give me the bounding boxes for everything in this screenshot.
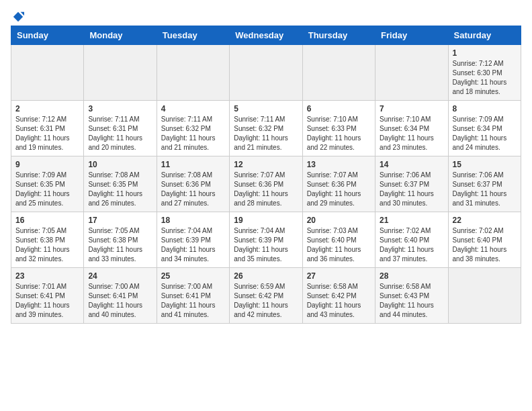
day-number: 21	[380, 216, 443, 225]
day-info: Sunrise: 7:03 AMSunset: 6:40 PMDaylight:…	[307, 226, 371, 264]
day-number: 22	[453, 216, 517, 225]
day-info: Sunrise: 7:01 AMSunset: 6:41 PMDaylight:…	[15, 282, 79, 320]
calendar-day-21: 21Sunrise: 7:02 AMSunset: 6:40 PMDayligh…	[375, 212, 448, 268]
day-number: 10	[88, 160, 152, 169]
page-header	[11, 11, 521, 20]
day-info: Sunrise: 6:58 AMSunset: 6:43 PMDaylight:…	[380, 282, 443, 320]
day-info: Sunrise: 7:12 AMSunset: 6:31 PMDaylight:…	[15, 115, 79, 152]
day-number: 23	[15, 271, 79, 281]
day-number: 9	[15, 160, 79, 169]
day-number: 27	[307, 271, 371, 281]
calendar-day-1: 1Sunrise: 7:12 AMSunset: 6:30 PMDaylight…	[448, 45, 521, 101]
day-info: Sunrise: 7:11 AMSunset: 6:32 PMDaylight:…	[234, 115, 298, 152]
calendar-day-20: 20Sunrise: 7:03 AMSunset: 6:40 PMDayligh…	[302, 212, 375, 268]
calendar-header-tuesday: Tuesday	[157, 26, 229, 45]
calendar-day-10: 10Sunrise: 7:08 AMSunset: 6:35 PMDayligh…	[84, 156, 157, 212]
day-number: 25	[161, 271, 225, 281]
calendar-day-22: 22Sunrise: 7:02 AMSunset: 6:40 PMDayligh…	[448, 212, 521, 268]
logo	[11, 11, 24, 20]
calendar-week-row: 1Sunrise: 7:12 AMSunset: 6:30 PMDaylight…	[11, 45, 521, 101]
calendar-empty-cell	[448, 268, 521, 324]
calendar-header-friday: Friday	[375, 26, 448, 45]
day-info: Sunrise: 7:02 AMSunset: 6:40 PMDaylight:…	[380, 226, 443, 264]
day-info: Sunrise: 6:58 AMSunset: 6:42 PMDaylight:…	[307, 282, 371, 320]
logo-icon	[12, 11, 24, 23]
calendar-empty-cell	[11, 45, 84, 101]
day-info: Sunrise: 7:11 AMSunset: 6:32 PMDaylight:…	[161, 115, 225, 152]
calendar-empty-cell	[375, 45, 448, 101]
calendar-header-monday: Monday	[84, 26, 157, 45]
calendar-day-2: 2Sunrise: 7:12 AMSunset: 6:31 PMDaylight…	[11, 101, 84, 156]
calendar-day-12: 12Sunrise: 7:07 AMSunset: 6:36 PMDayligh…	[230, 156, 302, 212]
day-info: Sunrise: 7:11 AMSunset: 6:31 PMDaylight:…	[88, 115, 152, 152]
calendar-day-19: 19Sunrise: 7:04 AMSunset: 6:39 PMDayligh…	[230, 212, 302, 268]
day-number: 28	[380, 271, 443, 281]
day-number: 11	[161, 160, 225, 169]
calendar-empty-cell	[84, 45, 157, 101]
day-info: Sunrise: 7:06 AMSunset: 6:37 PMDaylight:…	[453, 171, 517, 208]
calendar-day-27: 27Sunrise: 6:58 AMSunset: 6:42 PMDayligh…	[302, 268, 375, 324]
calendar-day-6: 6Sunrise: 7:10 AMSunset: 6:33 PMDaylight…	[302, 101, 375, 156]
day-number: 4	[161, 104, 225, 113]
day-info: Sunrise: 7:12 AMSunset: 6:30 PMDaylight:…	[453, 59, 517, 97]
day-info: Sunrise: 7:00 AMSunset: 6:41 PMDaylight:…	[161, 282, 225, 320]
calendar-day-16: 16Sunrise: 7:05 AMSunset: 6:38 PMDayligh…	[11, 212, 84, 268]
day-info: Sunrise: 7:09 AMSunset: 6:35 PMDaylight:…	[15, 171, 79, 208]
calendar-day-15: 15Sunrise: 7:06 AMSunset: 6:37 PMDayligh…	[448, 156, 521, 212]
calendar-header-row: SundayMondayTuesdayWednesdayThursdayFrid…	[11, 26, 521, 45]
day-info: Sunrise: 7:07 AMSunset: 6:36 PMDaylight:…	[234, 171, 298, 208]
day-number: 5	[234, 104, 298, 113]
calendar-day-5: 5Sunrise: 7:11 AMSunset: 6:32 PMDaylight…	[230, 101, 302, 156]
day-info: Sunrise: 7:10 AMSunset: 6:34 PMDaylight:…	[380, 115, 443, 152]
day-info: Sunrise: 7:08 AMSunset: 6:35 PMDaylight:…	[88, 171, 152, 208]
calendar-empty-cell	[302, 45, 375, 101]
calendar-day-26: 26Sunrise: 6:59 AMSunset: 6:42 PMDayligh…	[230, 268, 302, 324]
calendar-empty-cell	[157, 45, 229, 101]
day-number: 18	[161, 216, 225, 225]
day-number: 15	[453, 160, 517, 169]
calendar-day-3: 3Sunrise: 7:11 AMSunset: 6:31 PMDaylight…	[84, 101, 157, 156]
calendar-day-23: 23Sunrise: 7:01 AMSunset: 6:41 PMDayligh…	[11, 268, 84, 324]
calendar-day-13: 13Sunrise: 7:07 AMSunset: 6:36 PMDayligh…	[302, 156, 375, 212]
day-info: Sunrise: 7:04 AMSunset: 6:39 PMDaylight:…	[161, 226, 225, 264]
day-number: 26	[234, 271, 298, 281]
day-number: 12	[234, 160, 298, 169]
calendar-day-9: 9Sunrise: 7:09 AMSunset: 6:35 PMDaylight…	[11, 156, 84, 212]
day-info: Sunrise: 7:05 AMSunset: 6:38 PMDaylight:…	[88, 226, 152, 264]
day-number: 19	[234, 216, 298, 225]
day-number: 16	[15, 216, 79, 225]
calendar-day-7: 7Sunrise: 7:10 AMSunset: 6:34 PMDaylight…	[375, 101, 448, 156]
svg-marker-0	[13, 12, 23, 21]
calendar-week-row: 23Sunrise: 7:01 AMSunset: 6:41 PMDayligh…	[11, 268, 521, 324]
calendar-header-saturday: Saturday	[448, 26, 521, 45]
day-info: Sunrise: 7:10 AMSunset: 6:33 PMDaylight:…	[307, 115, 371, 152]
calendar-week-row: 9Sunrise: 7:09 AMSunset: 6:35 PMDaylight…	[11, 156, 521, 212]
day-number: 20	[307, 216, 371, 225]
calendar-day-18: 18Sunrise: 7:04 AMSunset: 6:39 PMDayligh…	[157, 212, 229, 268]
calendar-week-row: 16Sunrise: 7:05 AMSunset: 6:38 PMDayligh…	[11, 212, 521, 268]
calendar-empty-cell	[230, 45, 302, 101]
day-info: Sunrise: 7:06 AMSunset: 6:37 PMDaylight:…	[380, 171, 443, 208]
day-info: Sunrise: 7:04 AMSunset: 6:39 PMDaylight:…	[234, 226, 298, 264]
calendar-header-sunday: Sunday	[11, 26, 84, 45]
calendar-day-11: 11Sunrise: 7:08 AMSunset: 6:36 PMDayligh…	[157, 156, 229, 212]
day-info: Sunrise: 7:02 AMSunset: 6:40 PMDaylight:…	[453, 226, 517, 264]
day-info: Sunrise: 6:59 AMSunset: 6:42 PMDaylight:…	[234, 282, 298, 320]
calendar-day-4: 4Sunrise: 7:11 AMSunset: 6:32 PMDaylight…	[157, 101, 229, 156]
day-number: 7	[380, 104, 443, 113]
day-info: Sunrise: 7:00 AMSunset: 6:41 PMDaylight:…	[88, 282, 152, 320]
day-info: Sunrise: 7:07 AMSunset: 6:36 PMDaylight:…	[307, 171, 371, 208]
calendar-day-8: 8Sunrise: 7:09 AMSunset: 6:34 PMDaylight…	[448, 101, 521, 156]
day-info: Sunrise: 7:09 AMSunset: 6:34 PMDaylight:…	[453, 115, 517, 152]
calendar-day-24: 24Sunrise: 7:00 AMSunset: 6:41 PMDayligh…	[84, 268, 157, 324]
day-number: 6	[307, 104, 371, 113]
day-number: 3	[88, 104, 152, 113]
day-number: 2	[15, 104, 79, 113]
calendar-day-28: 28Sunrise: 6:58 AMSunset: 6:43 PMDayligh…	[375, 268, 448, 324]
calendar-day-25: 25Sunrise: 7:00 AMSunset: 6:41 PMDayligh…	[157, 268, 229, 324]
calendar-week-row: 2Sunrise: 7:12 AMSunset: 6:31 PMDaylight…	[11, 101, 521, 156]
day-number: 13	[307, 160, 371, 169]
day-number: 8	[453, 104, 517, 113]
calendar-header-thursday: Thursday	[302, 26, 375, 45]
day-info: Sunrise: 7:08 AMSunset: 6:36 PMDaylight:…	[161, 171, 225, 208]
